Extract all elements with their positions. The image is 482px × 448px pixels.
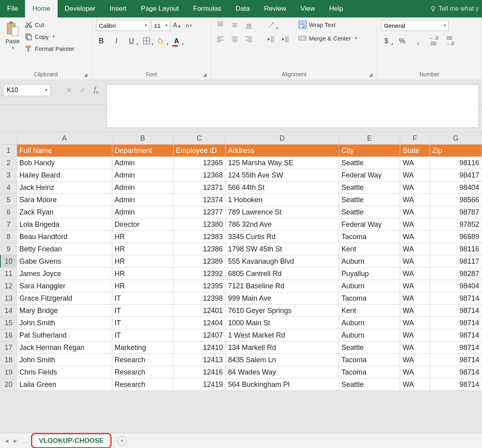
row-header[interactable]: 14 bbox=[0, 305, 17, 317]
tab-review[interactable]: Review bbox=[257, 0, 293, 17]
cell[interactable]: Research bbox=[112, 378, 173, 391]
tab-home[interactable]: Home bbox=[25, 0, 57, 17]
row-header[interactable]: 1 bbox=[0, 145, 17, 157]
row-header[interactable]: 7 bbox=[0, 218, 17, 231]
cell[interactable]: Pat Sutherland bbox=[17, 329, 112, 342]
cell[interactable]: 12383 bbox=[173, 231, 225, 243]
cell[interactable]: 1 Hoboken bbox=[226, 194, 339, 206]
cell[interactable]: John Smith bbox=[17, 354, 112, 366]
cell[interactable]: WA bbox=[400, 354, 430, 366]
cell[interactable]: 12386 bbox=[173, 243, 225, 255]
bold-button[interactable]: B bbox=[96, 36, 106, 46]
row-header[interactable]: 9 bbox=[0, 243, 17, 255]
cell[interactable]: Admin bbox=[112, 182, 173, 194]
cell[interactable]: 12416 bbox=[173, 366, 225, 378]
italic-button[interactable]: I bbox=[111, 36, 121, 46]
borders-button[interactable]: ▼ bbox=[141, 36, 152, 46]
cell[interactable]: 98714 bbox=[430, 329, 482, 342]
spreadsheet-grid[interactable]: ABCDEFG1Full NameDepartmentEmployee IDAd… bbox=[0, 132, 482, 391]
row-header[interactable]: 5 bbox=[0, 194, 17, 206]
row-header[interactable]: 4 bbox=[0, 182, 17, 194]
cell[interactable]: Federal Way bbox=[339, 169, 400, 182]
cell[interactable]: Admin bbox=[112, 169, 173, 182]
orientation-button[interactable]: ▼ bbox=[266, 20, 276, 30]
tab-formulas[interactable]: Formulas bbox=[186, 0, 228, 17]
cell[interactable]: 98117 bbox=[430, 255, 482, 268]
cell[interactable]: IT bbox=[112, 292, 173, 305]
align-left-button[interactable] bbox=[215, 34, 226, 44]
cell[interactable]: HR bbox=[112, 231, 173, 243]
row-header[interactable]: 20 bbox=[0, 378, 17, 391]
cell[interactable]: 12380 bbox=[173, 218, 225, 231]
cell[interactable]: WA bbox=[400, 206, 430, 218]
header-cell[interactable]: Department bbox=[112, 145, 173, 157]
cell[interactable]: HR bbox=[112, 280, 173, 292]
cell[interactable]: 564 Buckingham Pl bbox=[226, 378, 339, 391]
tell-me-search[interactable]: Tell me what y bbox=[430, 5, 482, 12]
sheet-more[interactable]: … bbox=[21, 438, 29, 444]
align-center-button[interactable] bbox=[229, 34, 240, 44]
cell[interactable]: IT bbox=[112, 329, 173, 342]
cell[interactable]: Puyallup bbox=[339, 268, 400, 280]
cell[interactable]: Admin bbox=[112, 157, 173, 169]
cell[interactable]: 98714 bbox=[430, 292, 482, 305]
cell[interactable]: Seattle bbox=[339, 342, 400, 354]
cell[interactable]: Chris Fields bbox=[17, 366, 112, 378]
cell[interactable]: 1798 SW 45th St bbox=[226, 243, 339, 255]
cell[interactable]: 98417 bbox=[430, 169, 482, 182]
row-header[interactable]: 8 bbox=[0, 231, 17, 243]
cell[interactable]: 12371 bbox=[173, 182, 225, 194]
font-size-combo[interactable]: 11 ▼ bbox=[151, 20, 170, 31]
cell[interactable]: 12407 bbox=[173, 329, 225, 342]
column-header-G[interactable]: G bbox=[430, 132, 482, 145]
row-header[interactable]: 3 bbox=[0, 169, 17, 182]
cell[interactable]: Seattle bbox=[339, 206, 400, 218]
column-header-F[interactable]: F bbox=[400, 132, 430, 145]
row-header[interactable]: 19 bbox=[0, 366, 17, 378]
row-header[interactable]: 13 bbox=[0, 292, 17, 305]
row-header[interactable]: 12 bbox=[0, 280, 17, 292]
cell[interactable]: Auburn bbox=[339, 255, 400, 268]
cell[interactable]: 98566 bbox=[430, 194, 482, 206]
cell[interactable]: 125 Marsha Way SE bbox=[226, 157, 339, 169]
paste-button[interactable]: Paste ▼ bbox=[4, 20, 21, 52]
cell[interactable]: IT bbox=[112, 305, 173, 317]
cell[interactable]: 12368 bbox=[173, 169, 225, 182]
cell[interactable]: Kent bbox=[339, 305, 400, 317]
cell[interactable]: Auburn bbox=[339, 280, 400, 292]
cell[interactable]: Zack Ryan bbox=[17, 206, 112, 218]
cancel-formula-button[interactable]: ✕ bbox=[64, 84, 75, 96]
cell[interactable]: 98714 bbox=[430, 366, 482, 378]
cell[interactable]: Tacoma bbox=[339, 354, 400, 366]
increase-indent-button[interactable] bbox=[280, 34, 291, 44]
column-header-D[interactable]: D bbox=[226, 132, 339, 145]
row-header[interactable]: 2 bbox=[0, 157, 17, 169]
align-top-button[interactable] bbox=[215, 20, 226, 30]
cell[interactable]: Mary Bridge bbox=[17, 305, 112, 317]
tab-help[interactable]: Help bbox=[322, 0, 350, 17]
cell[interactable]: Seattle bbox=[339, 378, 400, 391]
cell[interactable]: 1000 Main St bbox=[226, 317, 339, 329]
cell[interactable]: 12392 bbox=[173, 268, 225, 280]
cell[interactable]: WA bbox=[400, 243, 430, 255]
cell[interactable]: WA bbox=[400, 268, 430, 280]
cell[interactable]: 12404 bbox=[173, 317, 225, 329]
cell[interactable]: WA bbox=[400, 218, 430, 231]
cell[interactable]: Kent bbox=[339, 243, 400, 255]
cell[interactable]: 566 44th St bbox=[226, 182, 339, 194]
sheet-tab-active[interactable]: VLOOKUP-CHOOSE bbox=[33, 435, 110, 446]
cell[interactable]: WA bbox=[400, 194, 430, 206]
cell[interactable]: Bob Handy bbox=[17, 157, 112, 169]
cell[interactable]: 555 Kavanaugh Blvd bbox=[226, 255, 339, 268]
select-all-corner[interactable] bbox=[0, 132, 17, 145]
cell[interactable]: WA bbox=[400, 157, 430, 169]
cell[interactable]: Sara Moore bbox=[17, 194, 112, 206]
cell[interactable]: WA bbox=[400, 305, 430, 317]
cell[interactable]: IT bbox=[112, 317, 173, 329]
cell[interactable]: WA bbox=[400, 342, 430, 354]
cell[interactable]: 12395 bbox=[173, 280, 225, 292]
cell[interactable]: WA bbox=[400, 169, 430, 182]
percent-format-button[interactable]: % bbox=[397, 36, 407, 46]
cell[interactable]: 12377 bbox=[173, 206, 225, 218]
enter-formula-button[interactable]: ✓ bbox=[77, 84, 88, 96]
